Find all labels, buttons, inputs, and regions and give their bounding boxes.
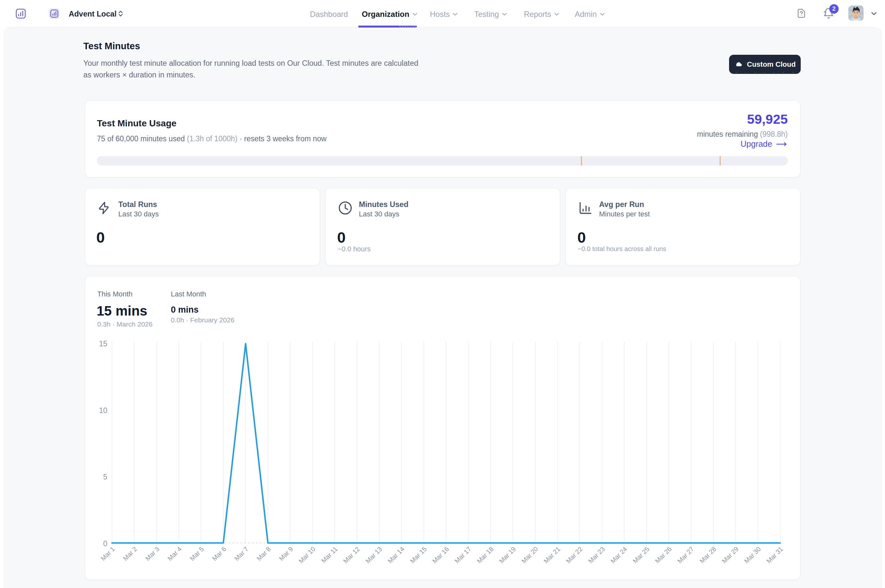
svg-text:Mar 26: Mar 26 <box>654 545 673 565</box>
svg-text:Mar 21: Mar 21 <box>542 545 562 565</box>
svg-text:Mar 11: Mar 11 <box>320 545 339 564</box>
svg-text:0: 0 <box>103 539 107 548</box>
svg-text:10: 10 <box>99 406 107 415</box>
svg-text:Mar 8: Mar 8 <box>255 545 272 562</box>
svg-text:Mar 16: Mar 16 <box>431 545 450 565</box>
svg-text:Mar 2: Mar 2 <box>122 545 138 562</box>
svg-text:Mar 20: Mar 20 <box>520 545 539 565</box>
svg-text:Mar 14: Mar 14 <box>386 545 406 565</box>
svg-text:Mar 10: Mar 10 <box>297 545 317 565</box>
svg-text:Mar 22: Mar 22 <box>565 545 584 565</box>
svg-text:Mar 4: Mar 4 <box>166 545 183 562</box>
svg-text:Mar 17: Mar 17 <box>453 545 473 565</box>
svg-text:Mar 29: Mar 29 <box>721 545 740 565</box>
svg-text:Mar 28: Mar 28 <box>698 545 718 565</box>
svg-text:15: 15 <box>99 339 107 348</box>
svg-text:Mar 30: Mar 30 <box>743 545 762 565</box>
svg-text:Mar 1: Mar 1 <box>99 545 116 562</box>
svg-text:Mar 19: Mar 19 <box>497 545 517 565</box>
svg-text:Mar 18: Mar 18 <box>476 545 495 565</box>
svg-text:Mar 5: Mar 5 <box>188 545 205 562</box>
svg-text:Mar 27: Mar 27 <box>676 545 696 565</box>
svg-text:Mar 15: Mar 15 <box>409 545 428 565</box>
svg-text:Mar 6: Mar 6 <box>211 545 228 562</box>
svg-text:Mar 25: Mar 25 <box>631 545 651 565</box>
svg-text:5: 5 <box>103 472 107 481</box>
svg-text:Mar 7: Mar 7 <box>233 545 250 562</box>
svg-text:Mar 9: Mar 9 <box>278 545 294 562</box>
svg-text:Mar 23: Mar 23 <box>587 545 606 565</box>
svg-text:Mar 24: Mar 24 <box>609 545 628 565</box>
svg-text:Mar 3: Mar 3 <box>144 545 161 562</box>
svg-text:Mar 12: Mar 12 <box>342 545 361 565</box>
svg-text:Mar 13: Mar 13 <box>364 545 383 565</box>
svg-text:Mar 31: Mar 31 <box>765 545 784 565</box>
